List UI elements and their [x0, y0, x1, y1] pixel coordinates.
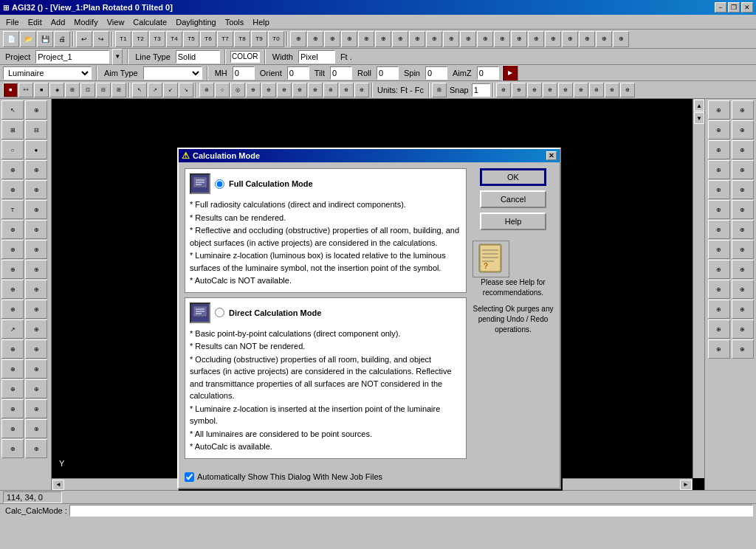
dialog-title-bar: ⚠ Calculation Mode ✕: [179, 149, 560, 162]
direct-calc-icon: [190, 303, 210, 323]
direct-calc-radio[interactable]: [215, 308, 224, 317]
auto-show-checkbox-label: Automatically Show This Dialog With New …: [185, 472, 382, 482]
dialog-actions: OK Cancel Help ?: [472, 168, 554, 463]
full-calc-description: * Full radiosity calculations (direct an…: [190, 198, 461, 287]
full-calc-icon: [190, 173, 210, 194]
ok-button[interactable]: OK: [480, 168, 546, 186]
svg-text:?: ?: [484, 262, 488, 270]
direct-calc-header: Direct Calculation Mode: [190, 303, 461, 323]
dialog-footer: Automatically Show This Dialog With New …: [179, 469, 560, 488]
help-button[interactable]: Help: [480, 213, 546, 230]
dialog-body: Full Calculation Mode * Full radiosity c…: [179, 162, 560, 469]
dialog-warning-icon: ⚠: [182, 151, 190, 161]
help-note-text: Please see Help for recommendations.: [472, 277, 554, 298]
cancel-button[interactable]: Cancel: [480, 190, 546, 208]
direct-calc-description: * Basic point-by-point calculations (dir…: [190, 328, 461, 453]
auto-show-text: Automatically Show This Dialog With New …: [197, 472, 382, 481]
dialog-close-btn[interactable]: ✕: [546, 151, 557, 160]
dialog-overlay: ⚠ Calculation Mode ✕: [0, 0, 756, 549]
direct-calc-section: Direct Calculation Mode * Basic point-by…: [185, 297, 467, 459]
direct-calc-label: Direct Calculation Mode: [229, 308, 321, 317]
calculation-mode-dialog: ⚠ Calculation Mode ✕: [177, 148, 561, 489]
auto-show-checkbox[interactable]: [185, 472, 194, 482]
dialog-content: Full Calculation Mode * Full radiosity c…: [185, 168, 467, 463]
full-calc-radio[interactable]: [215, 179, 224, 189]
dialog-title-text: Calculation Mode: [193, 151, 260, 160]
undo-note-text: Selecting Ok purges any pending Undo / R…: [472, 304, 554, 335]
help-icon-area: ? Please see Help for recommendations. S…: [472, 241, 554, 335]
full-calc-header: Full Calculation Mode: [190, 173, 461, 194]
help-book-icon: ?: [472, 241, 509, 277]
full-calc-section: Full Calculation Mode * Full radiosity c…: [185, 168, 467, 293]
full-calc-label: Full Calculation Mode: [229, 179, 313, 188]
